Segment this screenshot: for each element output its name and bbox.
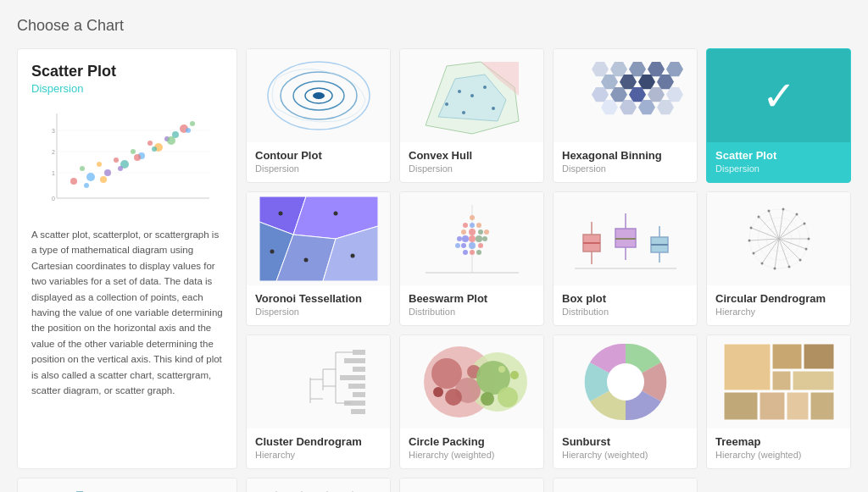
svg-point-164 [510,371,519,379]
svg-marker-55 [610,87,627,102]
chart-card-circular-dendrogram[interactable]: Circular Dendrogram Hierarchy [706,191,851,326]
svg-point-133 [782,208,784,211]
chart-info: Contour Plot Dispersion [247,142,390,182]
chart-card-box-plot[interactable]: Box plot Distribution [553,191,698,326]
svg-point-74 [469,235,476,242]
chart-card-parallel-coords[interactable]: Parallel Coordinates Multivariate [246,478,391,492]
svg-line-112 [775,239,779,268]
svg-rect-167 [772,344,802,369]
svg-marker-53 [657,75,674,89]
svg-point-71 [303,258,308,263]
svg-point-130 [749,227,752,229]
svg-rect-139 [340,375,365,380]
svg-marker-54 [592,87,609,102]
svg-point-84 [476,223,481,228]
svg-point-43 [492,107,495,110]
svg-point-8 [97,162,102,167]
chart-card-bar-chart[interactable]: Bar chart Other [399,478,544,492]
chart-name: Sunburst [562,435,688,448]
svg-point-163 [498,366,505,373]
chart-info: Box plot Distribution [554,285,697,325]
chart-card-circle-packing[interactable]: Circle Packing Hierarchy (weighted) [399,334,544,469]
chart-card-scatter-plot[interactable]: ✓ Scatter Plot Dispersion [706,48,851,183]
svg-point-131 [757,216,760,218]
chart-card-sunburst[interactable]: Sunburst Hierarchy (weighted) [553,334,698,469]
svg-point-93 [470,215,475,220]
svg-point-39 [445,102,448,106]
svg-line-115 [749,239,779,240]
svg-point-132 [767,210,770,213]
svg-line-118 [769,211,779,239]
chart-category: Dispersion [715,163,842,174]
chart-category: Hierarchy (weighted) [562,450,688,460]
chart-preview [707,192,850,285]
svg-point-122 [807,238,810,240]
chart-card-alluvial[interactable]: Alluvial Diagram Multi categorical [17,478,237,492]
svg-point-79 [478,229,483,235]
chart-info: Circle Packing Hierarchy (weighted) [400,428,543,468]
svg-point-90 [470,250,475,255]
chart-info: Convex Hull Dispersion [400,142,543,182]
chart-name: Contour Plot [255,149,381,162]
chart-card-cluster-dendrogram[interactable]: Cluster Dendrogram Hierarchy [246,334,391,469]
svg-rect-137 [344,358,365,363]
svg-point-78 [469,242,476,249]
chart-info: Sunburst Hierarchy (weighted) [554,428,697,468]
chart-card-pie-chart[interactable]: Pie chart Other [553,478,698,492]
svg-point-42 [483,86,487,89]
svg-point-25 [167,136,175,145]
svg-point-68 [278,212,282,216]
svg-line-111 [779,239,789,267]
svg-point-35 [313,92,325,99]
featured-title: Scatter Plot [31,63,223,80]
chart-category: Dispersion [409,163,535,174]
chart-name: Scatter Plot [715,149,842,162]
chart-preview [400,49,543,142]
chart-category: Hierarchy [715,307,842,317]
svg-point-83 [470,223,475,228]
chart-info: Cluster Dendrogram Hierarchy [247,428,390,468]
svg-point-128 [752,252,754,255]
chart-category: Dispersion [255,163,381,174]
chart-name: Treemap [715,435,842,448]
chart-preview [554,478,697,492]
chart-card-contour-plot[interactable]: Contour Plot Dispersion [246,48,391,183]
svg-point-41 [470,94,474,97]
svg-point-162 [481,392,494,406]
svg-point-44 [462,111,465,114]
chart-name: Box plot [562,292,688,305]
svg-point-72 [350,254,354,258]
featured-card: Scatter Plot Dispersion [17,48,237,469]
svg-point-161 [498,387,518,407]
chart-preview [707,335,850,428]
svg-point-86 [482,236,487,241]
svg-point-77 [469,229,476,235]
svg-marker-52 [638,75,655,89]
chart-category: Hierarchy (weighted) [715,450,842,460]
chart-preview [554,192,697,285]
chart-card-hex-binning[interactable]: Hexagonal Binning Dispersion [553,48,698,183]
svg-point-123 [804,248,807,251]
svg-point-126 [773,268,776,270]
svg-rect-174 [810,392,834,420]
svg-point-14 [147,141,153,146]
svg-point-21 [100,176,107,183]
chart-card-beeswarm[interactable]: Beeswarm Plot Distribution [399,191,544,326]
svg-point-75 [476,235,482,242]
svg-rect-173 [787,392,809,420]
svg-point-22 [118,166,123,171]
chart-name: Cluster Dendrogram [255,435,381,448]
svg-marker-48 [648,62,665,76]
svg-rect-138 [353,367,365,372]
svg-point-92 [463,250,468,255]
chart-card-convex-hull[interactable]: Convex Hull Dispersion [399,48,544,183]
svg-point-10 [114,158,119,163]
svg-point-87 [457,236,462,241]
chart-name: Circular Dendrogram [715,292,842,305]
chart-category: Distribution [409,307,535,317]
chart-card-voronoi[interactable]: Voronoi Tessellation Dispersion [246,191,391,326]
svg-marker-60 [620,100,637,114]
svg-point-69 [333,212,337,216]
chart-preview [400,192,543,285]
chart-card-treemap[interactable]: Treemap Hierarchy (weighted) [706,334,851,469]
